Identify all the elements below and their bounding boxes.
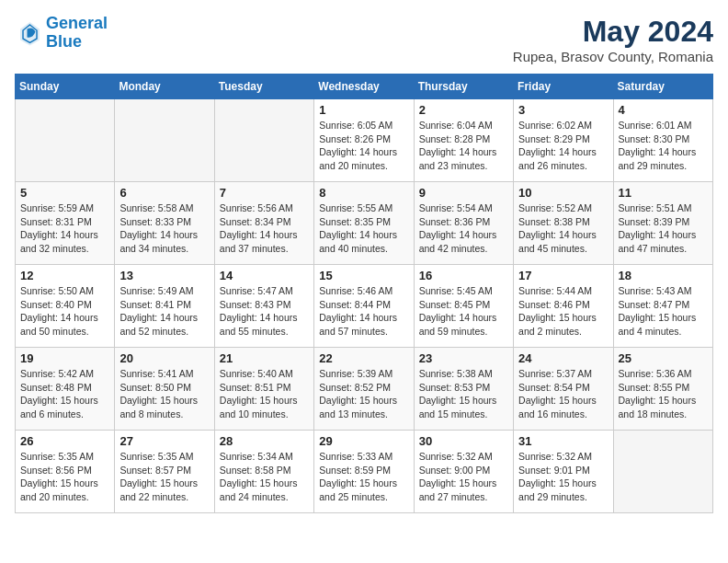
day-8: 8Sunrise: 5:55 AM Sunset: 8:35 PM Daylig… xyxy=(314,182,414,265)
day-info: Sunrise: 5:42 AM Sunset: 8:48 PM Dayligh… xyxy=(20,367,109,421)
day-info: Sunrise: 5:38 AM Sunset: 8:53 PM Dayligh… xyxy=(419,367,508,421)
day-info: Sunrise: 5:34 AM Sunset: 8:58 PM Dayligh… xyxy=(220,450,309,504)
day-info: Sunrise: 5:55 AM Sunset: 8:35 PM Dayligh… xyxy=(319,201,408,256)
day-number: 8 xyxy=(319,186,408,200)
empty-day xyxy=(16,99,115,182)
day-info: Sunrise: 6:05 AM Sunset: 8:26 PM Dayligh… xyxy=(319,119,408,173)
logo-line2: Blue xyxy=(46,32,82,51)
day-info: Sunrise: 5:56 AM Sunset: 8:34 PM Dayligh… xyxy=(220,201,309,256)
day-15: 15Sunrise: 5:46 AM Sunset: 8:44 PM Dayli… xyxy=(314,265,414,348)
day-19: 19Sunrise: 5:42 AM Sunset: 8:48 PM Dayli… xyxy=(16,348,115,431)
logo-line1: General xyxy=(46,14,108,32)
weekday-header-friday: Friday xyxy=(514,75,613,99)
day-info: Sunrise: 5:43 AM Sunset: 8:47 PM Dayligh… xyxy=(619,284,708,339)
day-31: 31Sunrise: 5:32 AM Sunset: 9:01 PM Dayli… xyxy=(514,431,613,513)
day-info: Sunrise: 5:32 AM Sunset: 9:00 PM Dayligh… xyxy=(419,450,508,504)
day-6: 6Sunrise: 5:58 AM Sunset: 8:33 PM Daylig… xyxy=(115,182,214,265)
day-14: 14Sunrise: 5:47 AM Sunset: 8:43 PM Dayli… xyxy=(214,265,313,348)
day-info: Sunrise: 5:39 AM Sunset: 8:52 PM Dayligh… xyxy=(319,367,408,421)
day-number: 27 xyxy=(119,434,209,448)
day-number: 17 xyxy=(518,269,608,282)
day-info: Sunrise: 6:04 AM Sunset: 8:28 PM Dayligh… xyxy=(419,119,508,173)
weekday-header-wednesday: Wednesday xyxy=(314,75,414,99)
day-number: 18 xyxy=(619,269,708,282)
empty-day xyxy=(115,99,214,182)
day-number: 1 xyxy=(319,103,408,117)
day-number: 31 xyxy=(518,434,608,448)
logo-icon xyxy=(15,19,42,47)
weekday-header-tuesday: Tuesday xyxy=(214,75,313,99)
title-section: May 2024 Rupea, Brasov County, Romania xyxy=(513,15,713,64)
day-number: 23 xyxy=(419,351,508,365)
location: Rupea, Brasov County, Romania xyxy=(513,49,713,64)
day-info: Sunrise: 5:45 AM Sunset: 8:45 PM Dayligh… xyxy=(419,284,508,339)
day-info: Sunrise: 5:58 AM Sunset: 8:33 PM Dayligh… xyxy=(119,201,209,256)
week-row-4: 19Sunrise: 5:42 AM Sunset: 8:48 PM Dayli… xyxy=(16,348,713,431)
day-number: 25 xyxy=(619,351,708,365)
day-18: 18Sunrise: 5:43 AM Sunset: 8:47 PM Dayli… xyxy=(613,265,712,348)
day-info: Sunrise: 5:51 AM Sunset: 8:39 PM Dayligh… xyxy=(619,201,708,256)
day-10: 10Sunrise: 5:52 AM Sunset: 8:38 PM Dayli… xyxy=(514,182,613,265)
day-24: 24Sunrise: 5:37 AM Sunset: 8:54 PM Dayli… xyxy=(514,348,613,431)
day-4: 4Sunrise: 6:01 AM Sunset: 8:30 PM Daylig… xyxy=(613,99,712,182)
calendar: SundayMondayTuesdayWednesdayThursdayFrid… xyxy=(15,74,713,513)
day-info: Sunrise: 5:33 AM Sunset: 8:59 PM Dayligh… xyxy=(319,450,408,504)
day-number: 22 xyxy=(319,351,408,365)
day-info: Sunrise: 5:41 AM Sunset: 8:50 PM Dayligh… xyxy=(119,367,209,421)
day-number: 3 xyxy=(518,103,608,117)
day-17: 17Sunrise: 5:44 AM Sunset: 8:46 PM Dayli… xyxy=(514,265,613,348)
day-info: Sunrise: 5:36 AM Sunset: 8:55 PM Dayligh… xyxy=(619,367,708,421)
day-1: 1Sunrise: 6:05 AM Sunset: 8:26 PM Daylig… xyxy=(314,99,414,182)
day-info: Sunrise: 5:32 AM Sunset: 9:01 PM Dayligh… xyxy=(518,450,608,504)
day-info: Sunrise: 5:35 AM Sunset: 8:57 PM Dayligh… xyxy=(119,450,209,504)
logo: General Blue xyxy=(15,15,108,52)
day-20: 20Sunrise: 5:41 AM Sunset: 8:50 PM Dayli… xyxy=(115,348,214,431)
day-23: 23Sunrise: 5:38 AM Sunset: 8:53 PM Dayli… xyxy=(414,348,513,431)
day-number: 24 xyxy=(518,351,608,365)
day-number: 29 xyxy=(319,434,408,448)
day-number: 21 xyxy=(220,351,309,365)
day-info: Sunrise: 6:02 AM Sunset: 8:29 PM Dayligh… xyxy=(518,119,608,173)
day-30: 30Sunrise: 5:32 AM Sunset: 9:00 PM Dayli… xyxy=(414,431,513,513)
day-number: 4 xyxy=(619,103,708,117)
day-number: 6 xyxy=(119,186,209,200)
day-number: 9 xyxy=(419,186,508,200)
day-info: Sunrise: 5:47 AM Sunset: 8:43 PM Dayligh… xyxy=(220,284,309,339)
day-11: 11Sunrise: 5:51 AM Sunset: 8:39 PM Dayli… xyxy=(613,182,712,265)
day-21: 21Sunrise: 5:40 AM Sunset: 8:51 PM Dayli… xyxy=(214,348,313,431)
empty-day xyxy=(613,431,712,513)
day-number: 12 xyxy=(20,269,109,282)
month-year: May 2024 xyxy=(513,15,713,49)
week-row-5: 26Sunrise: 5:35 AM Sunset: 8:56 PM Dayli… xyxy=(16,431,713,513)
day-info: Sunrise: 5:59 AM Sunset: 8:31 PM Dayligh… xyxy=(20,201,109,256)
day-number: 15 xyxy=(319,269,408,282)
day-29: 29Sunrise: 5:33 AM Sunset: 8:59 PM Dayli… xyxy=(314,431,414,513)
day-info: Sunrise: 5:35 AM Sunset: 8:56 PM Dayligh… xyxy=(20,450,109,504)
day-12: 12Sunrise: 5:50 AM Sunset: 8:40 PM Dayli… xyxy=(16,265,115,348)
empty-day xyxy=(214,99,313,182)
day-number: 7 xyxy=(220,186,309,200)
day-info: Sunrise: 5:40 AM Sunset: 8:51 PM Dayligh… xyxy=(220,367,309,421)
day-26: 26Sunrise: 5:35 AM Sunset: 8:56 PM Dayli… xyxy=(16,431,115,513)
day-number: 26 xyxy=(20,434,109,448)
day-info: Sunrise: 5:37 AM Sunset: 8:54 PM Dayligh… xyxy=(518,367,608,421)
day-3: 3Sunrise: 6:02 AM Sunset: 8:29 PM Daylig… xyxy=(514,99,613,182)
weekday-header-saturday: Saturday xyxy=(613,75,712,99)
day-info: Sunrise: 5:49 AM Sunset: 8:41 PM Dayligh… xyxy=(119,284,209,339)
day-number: 19 xyxy=(20,351,109,365)
day-info: Sunrise: 6:01 AM Sunset: 8:30 PM Dayligh… xyxy=(619,119,708,173)
day-info: Sunrise: 5:44 AM Sunset: 8:46 PM Dayligh… xyxy=(518,284,608,339)
day-number: 14 xyxy=(220,269,309,282)
week-row-1: 1Sunrise: 6:05 AM Sunset: 8:26 PM Daylig… xyxy=(16,99,713,182)
weekday-header-monday: Monday xyxy=(115,75,214,99)
day-22: 22Sunrise: 5:39 AM Sunset: 8:52 PM Dayli… xyxy=(314,348,414,431)
day-info: Sunrise: 5:46 AM Sunset: 8:44 PM Dayligh… xyxy=(319,284,408,339)
day-number: 5 xyxy=(20,186,109,200)
day-number: 10 xyxy=(518,186,608,200)
logo-text: General Blue xyxy=(46,15,108,52)
day-info: Sunrise: 5:50 AM Sunset: 8:40 PM Dayligh… xyxy=(20,284,109,339)
day-27: 27Sunrise: 5:35 AM Sunset: 8:57 PM Dayli… xyxy=(115,431,214,513)
week-row-2: 5Sunrise: 5:59 AM Sunset: 8:31 PM Daylig… xyxy=(16,182,713,265)
day-number: 13 xyxy=(119,269,209,282)
day-info: Sunrise: 5:54 AM Sunset: 8:36 PM Dayligh… xyxy=(419,201,508,256)
